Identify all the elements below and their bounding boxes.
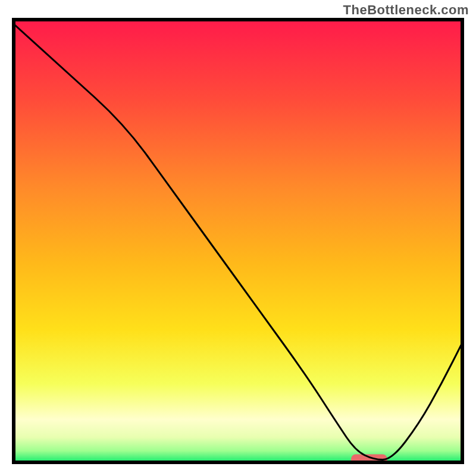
chart-container: TheBottleneck.com <box>0 0 476 476</box>
chart-svg <box>12 18 464 464</box>
watermark-text: TheBottleneck.com <box>343 2 469 18</box>
plot-area <box>12 18 464 464</box>
